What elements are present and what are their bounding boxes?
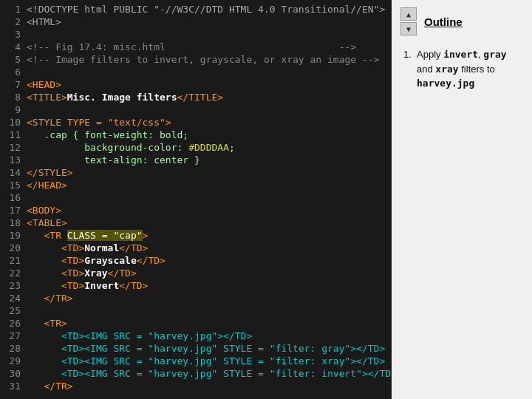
code-token: <TITLE> bbox=[27, 92, 67, 103]
outline-item: 1. Apply invert, gray and xray filters t… bbox=[403, 47, 523, 91]
line-content: <TR> bbox=[27, 317, 67, 330]
code-line: 22 <TD>Xray</TD> bbox=[6, 267, 386, 279]
code-line: 9 bbox=[6, 103, 386, 116]
code-token: #DDDDAA bbox=[188, 142, 229, 153]
code-token: background-color: bbox=[27, 142, 188, 153]
code-line: 3 bbox=[6, 28, 386, 41]
code-editor: 1<!DOCTYPE html PUBLIC "-//W3C//DTD HTML… bbox=[0, 0, 392, 399]
line-content: <TD><IMG SRC = "harvey.jpg" STYLE = "fil… bbox=[27, 367, 392, 380]
line-number: 24 bbox=[6, 292, 21, 304]
line-number: 20 bbox=[6, 242, 21, 254]
code-line: 18<TABLE> bbox=[6, 216, 386, 229]
line-content: <TD><IMG SRC = "harvey.jpg" STYLE = "fil… bbox=[27, 342, 385, 355]
line-content: <TABLE> bbox=[27, 216, 67, 229]
code-line: 19 <TR CLASS = "cap"> bbox=[6, 229, 386, 242]
code-line: 10<STYLE TYPE = "text/css"> bbox=[6, 116, 386, 129]
code-line: 31 </TR> bbox=[6, 380, 386, 392]
code-token: <TD> bbox=[27, 255, 84, 266]
line-content: <TD>Grayscale</TD> bbox=[27, 254, 166, 267]
code-token: Misc. Image filters bbox=[67, 92, 177, 103]
code-line: 21 <TD>Grayscale</TD> bbox=[6, 254, 386, 267]
line-number: 18 bbox=[6, 216, 21, 229]
code-token: ; bbox=[229, 142, 235, 153]
code-token: </HEAD> bbox=[27, 180, 67, 191]
line-content: </STYLE> bbox=[27, 166, 73, 179]
code-token: <HTML> bbox=[27, 16, 61, 27]
line-number: 6 bbox=[6, 66, 21, 78]
code-line: 28 <TD><IMG SRC = "harvey.jpg" STYLE = "… bbox=[6, 342, 386, 355]
code-line: 15</HEAD> bbox=[6, 179, 386, 191]
line-content: </TR> bbox=[27, 380, 73, 392]
line-content: </HEAD> bbox=[27, 179, 67, 191]
code-token: </TD> bbox=[119, 280, 148, 291]
line-number: 17 bbox=[6, 204, 21, 216]
code-line: 11 .cap { font-weight: bold; bbox=[6, 129, 386, 141]
code-line: 25 bbox=[6, 304, 386, 317]
line-number: 10 bbox=[6, 116, 21, 129]
line-number: 5 bbox=[6, 53, 21, 66]
code-line: 26 <TR> bbox=[6, 317, 386, 330]
outline-code-span: invert bbox=[443, 49, 478, 60]
line-number: 29 bbox=[6, 355, 21, 367]
line-content: background-color: #DDDDAA; bbox=[27, 141, 235, 154]
outline-code-span: harvey.jpg bbox=[417, 78, 474, 89]
code-token: <TD><IMG SRC = "harvey.jpg" STYLE = "fil… bbox=[27, 343, 385, 354]
outline-code-span: gray bbox=[483, 49, 506, 60]
code-line: 6 bbox=[6, 66, 386, 78]
code-line: 23 <TD>Invert</TD> bbox=[6, 279, 386, 292]
outline-header: ▲ ▼ Outline bbox=[400, 7, 523, 35]
line-number: 8 bbox=[6, 91, 21, 103]
line-number: 3 bbox=[6, 28, 21, 41]
code-line: 17<BODY> bbox=[6, 204, 386, 216]
line-number: 15 bbox=[6, 179, 21, 191]
code-line: 16 bbox=[6, 191, 386, 204]
code-token: <TD><IMG SRC = "harvey.jpg" STYLE = "fil… bbox=[27, 355, 385, 366]
arrow-down-button[interactable]: ▼ bbox=[400, 22, 417, 35]
code-line: 13 text-align: center } bbox=[6, 154, 386, 166]
code-token: </TD> bbox=[137, 255, 166, 266]
code-token: Xray bbox=[84, 267, 107, 279]
arrow-up-button[interactable]: ▲ bbox=[400, 7, 417, 21]
code-line: 24 </TR> bbox=[6, 292, 386, 304]
code-line: 8<TITLE>Misc. Image filters</TITLE> bbox=[6, 91, 386, 103]
line-number: 25 bbox=[6, 304, 21, 317]
line-content: <TD><IMG SRC = "harvey.jpg"></TD> bbox=[27, 330, 252, 342]
line-number: 12 bbox=[6, 141, 21, 154]
line-content: <TD><IMG SRC = "harvey.jpg" STYLE = "fil… bbox=[27, 355, 385, 367]
code-token: </STYLE> bbox=[27, 167, 73, 178]
line-number: 13 bbox=[6, 154, 21, 166]
code-line: 14</STYLE> bbox=[6, 166, 386, 179]
line-content: <!-- Image filters to invert, grayscale,… bbox=[27, 53, 379, 66]
line-number: 27 bbox=[6, 330, 21, 342]
outline-item-text: Apply invert, gray and xray filters to h… bbox=[417, 47, 523, 91]
code-line: 20 <TD>Normal</TD> bbox=[6, 242, 386, 254]
code-token: </TR> bbox=[27, 293, 73, 304]
outline-nav-arrows[interactable]: ▲ ▼ bbox=[400, 7, 417, 35]
line-number: 4 bbox=[6, 41, 21, 53]
line-number: 1 bbox=[6, 3, 21, 16]
code-token: <TABLE> bbox=[27, 217, 67, 228]
line-content: <!-- Fig 17.4: misc.html --> bbox=[27, 41, 356, 53]
code-line: 30 <TD><IMG SRC = "harvey.jpg" STYLE = "… bbox=[6, 367, 386, 380]
code-line: 12 background-color: #DDDDAA; bbox=[6, 141, 386, 154]
code-token: CLASS = "cap" bbox=[67, 230, 143, 241]
line-content: <TD>Normal</TD> bbox=[27, 242, 148, 254]
code-token: </TITLE> bbox=[177, 92, 224, 103]
code-line: 4<!-- Fig 17.4: misc.html --> bbox=[6, 41, 386, 53]
line-number: 22 bbox=[6, 267, 21, 279]
code-line: 29 <TD><IMG SRC = "harvey.jpg" STYLE = "… bbox=[6, 355, 386, 367]
line-content: <STYLE TYPE = "text/css"> bbox=[27, 116, 171, 129]
code-token: <HEAD> bbox=[27, 79, 61, 90]
code-token: <BODY> bbox=[27, 205, 61, 216]
line-content: .cap { font-weight: bold; bbox=[27, 129, 188, 141]
code-token: </TD> bbox=[119, 242, 148, 253]
code-token: </TR> bbox=[27, 381, 73, 392]
line-content: <HEAD> bbox=[27, 78, 61, 91]
code-line: 5<!-- Image filters to invert, grayscale… bbox=[6, 53, 386, 66]
line-number: 31 bbox=[6, 380, 21, 392]
line-content: <BODY> bbox=[27, 204, 61, 216]
outline-code-span: xray bbox=[435, 64, 458, 75]
line-number: 26 bbox=[6, 317, 21, 330]
line-content: text-align: center } bbox=[27, 154, 200, 166]
code-token: .cap { font-weight: bold; bbox=[27, 129, 188, 140]
